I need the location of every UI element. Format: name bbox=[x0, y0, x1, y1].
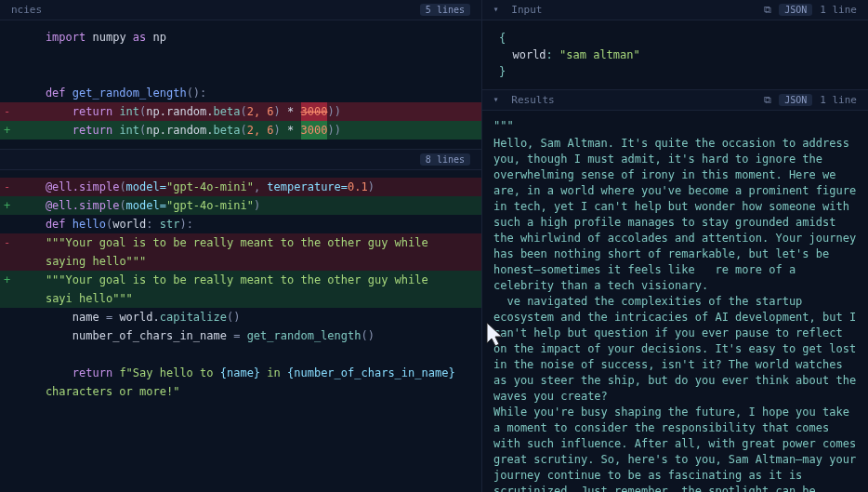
results-title: Results bbox=[511, 94, 554, 106]
results-quote: """ bbox=[493, 118, 859, 134]
right-column: ▸ Input ⧉ JSON 1 line { world: "sam altm… bbox=[481, 0, 868, 492]
chevron-down-icon[interactable]: ▸ bbox=[492, 7, 502, 12]
copy-icon[interactable]: ⧉ bbox=[764, 94, 771, 106]
results-lines-tag: 1 line bbox=[820, 94, 857, 106]
copy-icon[interactable]: ⧉ bbox=[764, 4, 771, 16]
panel1-title: ncies bbox=[11, 4, 42, 16]
left-column: ncies 5 lines import numpy as np def get… bbox=[0, 0, 481, 492]
input-header[interactable]: ▸ Input ⧉ JSON 1 line bbox=[482, 0, 868, 20]
panel1-lines-badge: 5 lines bbox=[420, 4, 470, 16]
input-title: Input bbox=[511, 4, 542, 16]
results-header[interactable]: ▸ Results ⧉ JSON 1 line bbox=[482, 90, 868, 111]
input-json-tag: JSON bbox=[779, 4, 812, 16]
input-lines-tag: 1 line bbox=[820, 4, 857, 16]
panel2-header: 8 lines bbox=[0, 150, 481, 170]
results-text: Hello, Sam Altman. It's quite the occasi… bbox=[493, 136, 859, 492]
code-block-2[interactable]: - @ell.simple(model="gpt-4o-mini", tempe… bbox=[0, 170, 481, 492]
results-body[interactable]: """ Hello, Sam Altman. It's quite the oc… bbox=[482, 111, 868, 492]
results-json-tag: JSON bbox=[779, 94, 812, 106]
code-block-1[interactable]: import numpy as np def get_random_length… bbox=[0, 20, 481, 149]
chevron-down-icon[interactable]: ▸ bbox=[492, 97, 502, 102]
panel1-header: ncies 5 lines bbox=[0, 0, 481, 20]
input-json-body[interactable]: { world: "sam altman" } bbox=[482, 20, 868, 89]
panel2-lines-badge: 8 lines bbox=[420, 153, 470, 166]
